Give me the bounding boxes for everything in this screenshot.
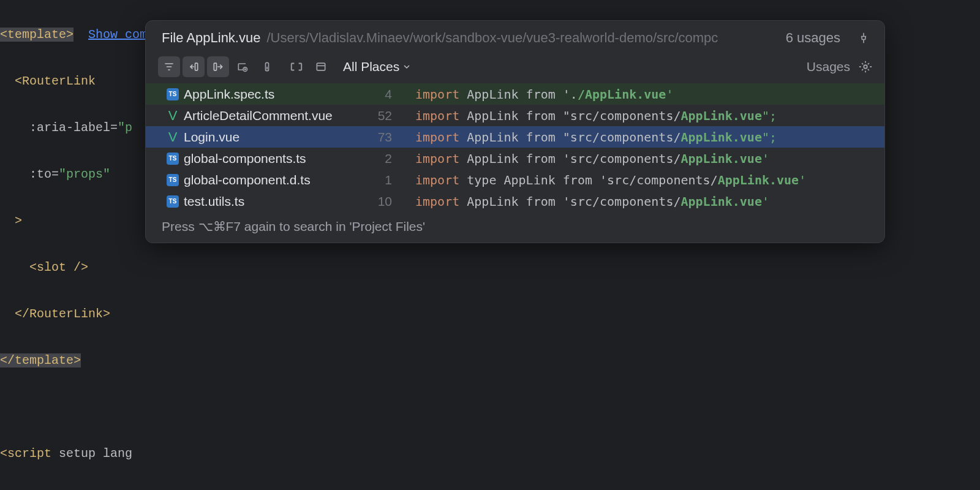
preview-icon[interactable]	[310, 56, 332, 77]
result-line-number: 73	[361, 130, 392, 145]
usage-result-row[interactable]: TSglobal-components.ts2import AppLink fr…	[146, 148, 884, 169]
ts-file-icon: TS	[167, 153, 179, 165]
popup-toolbar: All Places Usages	[146, 53, 884, 83]
result-line-number: 10	[361, 194, 392, 209]
usages-count: 6 usages	[786, 30, 840, 46]
navigate-icon[interactable]	[207, 56, 229, 77]
result-filename: global-component.d.ts	[184, 173, 361, 187]
result-line-number: 52	[361, 108, 392, 123]
popup-header: File AppLink.vue /Users/Vladislav.Minaev…	[146, 21, 884, 53]
popup-footer-hint: Press ⌥⌘F7 again to search in 'Project F…	[146, 213, 884, 243]
gear-icon[interactable]	[859, 60, 872, 74]
svg-rect-4	[317, 63, 325, 70]
find-usages-popup: File AppLink.vue /Users/Vladislav.Minaev…	[145, 20, 885, 243]
result-snippet: import AppLink from 'src/components/AppL…	[415, 151, 769, 166]
result-filename: test.utils.ts	[184, 194, 361, 209]
svg-rect-0	[195, 63, 198, 70]
ts-file-icon: TS	[167, 174, 179, 186]
usage-result-row[interactable]: TSAppLink.spec.ts4import AppLink from '.…	[146, 83, 884, 105]
popup-title-prefix: File	[162, 30, 183, 45]
result-filename: global-components.ts	[184, 151, 361, 166]
usage-result-row[interactable]: VArticleDetailComment.vue52import AppLin…	[146, 105, 884, 126]
regex-icon[interactable]	[285, 56, 307, 77]
result-filename: Login.vue	[184, 130, 361, 145]
vue-file-icon: V	[167, 131, 179, 143]
ts-file-icon: TS	[167, 88, 179, 100]
usage-result-row[interactable]: VLogin.vue73import AppLink from "src/com…	[146, 126, 884, 148]
usages-tab[interactable]: Usages	[807, 59, 850, 74]
popup-title-filename: AppLink.vue	[186, 30, 260, 45]
result-snippet: import AppLink from './AppLink.vue'	[415, 87, 673, 102]
result-filename: AppLink.spec.ts	[184, 87, 361, 102]
open-usage-icon[interactable]	[183, 56, 205, 77]
ts-file-icon: TS	[167, 195, 179, 208]
scope-dropdown[interactable]: All Places	[343, 59, 410, 74]
result-snippet: import AppLink from "src/components/AppL…	[415, 108, 777, 123]
chevron-down-icon	[403, 63, 410, 70]
result-snippet: import AppLink from 'src/components/AppL…	[415, 194, 769, 209]
usages-results-list: TSAppLink.spec.ts4import AppLink from '.…	[146, 83, 884, 213]
scope-label: All Places	[343, 59, 399, 74]
result-filename: ArticleDetailComment.vue	[184, 108, 361, 123]
info-icon[interactable]	[256, 56, 278, 77]
svg-point-5	[864, 65, 867, 69]
usage-result-row[interactable]: TStest.utils.ts10import AppLink from 'sr…	[146, 190, 884, 212]
usage-result-row[interactable]: TSglobal-component.d.ts1import type AppL…	[146, 169, 884, 190]
result-snippet: import AppLink from "src/components/AppL…	[415, 130, 777, 145]
vue-file-icon: V	[167, 110, 179, 122]
result-snippet: import type AppLink from 'src/components…	[415, 173, 806, 187]
pin-icon[interactable]	[855, 29, 872, 47]
result-line-number: 2	[361, 151, 392, 166]
group-by-icon[interactable]	[232, 56, 254, 77]
popup-title-path: /Users/Vladislav.Minaev/work/sandbox-vue…	[266, 30, 779, 46]
svg-rect-1	[214, 63, 216, 70]
result-line-number: 4	[361, 87, 392, 102]
result-line-number: 1	[361, 173, 392, 187]
filter-icon[interactable]	[158, 56, 180, 77]
